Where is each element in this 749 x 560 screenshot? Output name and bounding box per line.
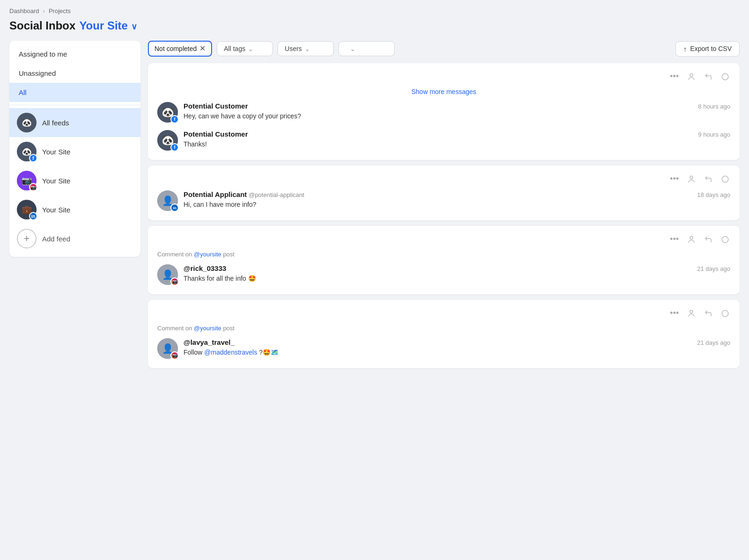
instagram-badge-icon: 📷	[29, 183, 37, 191]
users-dropdown[interactable]: Users ⌄	[278, 41, 334, 56]
complete-icon-3	[721, 235, 729, 244]
msg-time-ig-1: 21 days ago	[697, 265, 730, 272]
extra-dropdown-label	[345, 45, 347, 52]
tags-dropdown[interactable]: All tags ⌄	[217, 41, 273, 56]
msg-time-1: 8 hours ago	[698, 103, 730, 110]
card-1-more-button[interactable]: •••	[669, 71, 680, 82]
extra-dropdown[interactable]: ⌄	[338, 41, 395, 56]
breadcrumb-projects[interactable]: Projects	[49, 7, 71, 15]
status-filter-pill[interactable]: Not completed ✕	[148, 41, 212, 57]
card-4-actions: •••	[157, 307, 730, 319]
msg-handle-linkedin: @potential-applicant	[249, 191, 304, 198]
sidebar-feed-facebook[interactable]: 🐼 f Your Site	[9, 137, 140, 166]
svg-point-3	[722, 176, 728, 182]
breadcrumb-dashboard[interactable]: Dashboard	[9, 7, 39, 15]
comment-site-link-3[interactable]: @yoursite	[194, 251, 221, 258]
more-dots-icon-3: •••	[670, 234, 679, 244]
msg-time-linkedin: 18 days ago	[697, 191, 730, 198]
card-1-complete-button[interactable]	[720, 72, 730, 82]
page-title-site[interactable]: Your Site ∨	[79, 19, 137, 32]
svg-point-1	[722, 73, 728, 80]
card-4-more-button[interactable]: •••	[669, 307, 680, 319]
svg-point-0	[690, 73, 693, 76]
reply-icon	[704, 73, 712, 81]
export-arrow-icon: ↑	[683, 45, 687, 53]
msg-name-ig-1: @rick_03333	[184, 264, 226, 272]
msg-name-linkedin: Potential Applicant	[184, 190, 247, 198]
all-feeds-label: All feeds	[42, 119, 69, 127]
comment-subheader-3: Comment on @yoursite post	[157, 251, 730, 258]
all-feeds-avatar: 🐼	[17, 113, 37, 132]
sidebar-item-assigned[interactable]: Assigned to me	[9, 44, 140, 64]
assign-icon-3	[687, 235, 696, 244]
sidebar-item-all[interactable]: All	[9, 83, 140, 102]
card-3-reply-button[interactable]	[703, 234, 713, 245]
assign-icon-2	[687, 175, 696, 183]
msg-mention-link[interactable]: @maddenstravels	[204, 349, 257, 356]
breadcrumb: Dashboard › Projects	[9, 7, 740, 15]
status-filter-clear[interactable]: ✕	[199, 45, 206, 52]
svg-point-4	[690, 236, 693, 239]
add-feed-icon: +	[17, 229, 37, 248]
content-area: Not completed ✕ All tags ⌄ Users ⌄ ⌄ ↑	[148, 41, 740, 374]
card-2-complete-button[interactable]	[720, 174, 730, 184]
linkedin-badge-icon: in	[29, 212, 37, 220]
complete-icon	[721, 73, 729, 81]
facebook-msg-badge: f	[170, 115, 179, 124]
sidebar-feed-linkedin[interactable]: 💼 in Your Site	[9, 195, 140, 224]
page-title-text: Social Inbox	[9, 19, 75, 32]
msg-avatar-1: 🐼 f	[157, 102, 178, 123]
card-3-complete-button[interactable]	[720, 234, 730, 245]
message-card-4: ••• Comment on @yoursite post	[148, 300, 740, 368]
instagram-feed-avatar: 📷 📷	[17, 171, 37, 190]
svg-point-2	[690, 176, 693, 179]
reply-icon-2	[704, 175, 712, 183]
filter-bar: Not completed ✕ All tags ⌄ Users ⌄ ⌄ ↑	[148, 41, 740, 57]
linkedin-feed-avatar: 💼 in	[17, 200, 37, 219]
export-csv-button[interactable]: ↑ Export to CSV	[676, 41, 740, 57]
status-filter-label: Not completed	[154, 45, 197, 52]
msg-text-1: Hey, can we have a copy of your prices?	[184, 111, 730, 121]
card-2-reply-button[interactable]	[703, 174, 713, 184]
extra-chevron-icon: ⌄	[350, 45, 355, 52]
comment-subheader-4: Comment on @yoursite post	[157, 325, 730, 332]
complete-icon-4	[721, 309, 729, 318]
facebook-feed-label: Your Site	[42, 148, 70, 156]
tags-dropdown-label: All tags	[224, 45, 245, 52]
add-feed-button[interactable]: + Add feed	[9, 224, 140, 253]
main-layout: Assigned to me Unassigned All 🐼 All feed…	[9, 41, 740, 374]
site-chevron-icon: ∨	[131, 22, 137, 31]
msg-name-2: Potential Customer	[184, 130, 248, 138]
sidebar-feed-instagram[interactable]: 📷 📷 Your Site	[9, 166, 140, 195]
sidebar-item-unassigned[interactable]: Unassigned	[9, 64, 140, 83]
message-row-ig-2: 👤 📷 @lavya_travel_ 21 days ago Follow @m…	[157, 338, 730, 359]
card-4-reply-button[interactable]	[703, 308, 713, 319]
facebook-feed-avatar: 🐼 f	[17, 142, 37, 161]
card-4-assign-button[interactable]	[686, 308, 697, 319]
sidebar-feed-all[interactable]: 🐼 All feeds	[9, 108, 140, 137]
card-3-more-button[interactable]: •••	[669, 233, 680, 245]
facebook-msg-badge-2: f	[170, 143, 179, 152]
export-label: Export to CSV	[690, 45, 732, 52]
card-2-more-button[interactable]: •••	[669, 173, 680, 185]
card-2-assign-button[interactable]	[686, 174, 697, 184]
users-dropdown-label: Users	[285, 45, 302, 52]
card-4-complete-button[interactable]	[720, 308, 730, 319]
card-3-assign-button[interactable]	[686, 234, 697, 245]
card-1-assign-button[interactable]	[686, 72, 697, 82]
instagram-msg-badge-1: 📷	[170, 277, 179, 286]
add-feed-label: Add feed	[42, 235, 70, 243]
comment-site-link-4[interactable]: @yoursite	[194, 325, 221, 332]
more-dots-icon-2: •••	[670, 174, 679, 184]
card-1-reply-button[interactable]	[703, 72, 713, 82]
instagram-feed-label: Your Site	[42, 177, 70, 185]
sidebar-divider	[9, 105, 140, 105]
message-card-3: ••• Comment on @yoursite post	[148, 226, 740, 294]
show-more-messages-link[interactable]: Show more messages	[157, 88, 730, 95]
msg-text-ig-2: Follow @maddenstravels ?🤩🗺️	[184, 348, 730, 357]
linkedin-feed-label: Your Site	[42, 206, 70, 214]
msg-text-linkedin: Hi, can I have more info?	[184, 200, 730, 210]
facebook-badge-icon: f	[29, 154, 37, 162]
users-chevron-icon: ⌄	[305, 45, 310, 52]
sidebar: Assigned to me Unassigned All 🐼 All feed…	[9, 41, 140, 257]
